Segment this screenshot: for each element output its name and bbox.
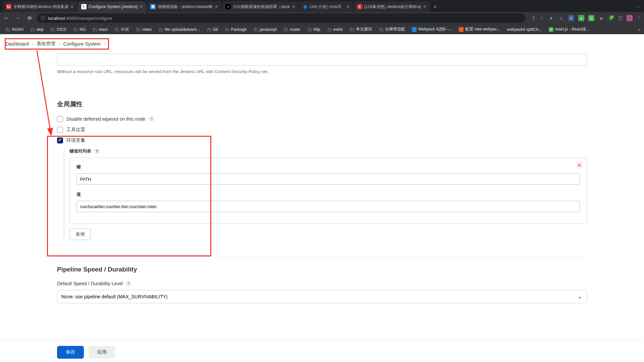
folder-icon: 🗀 (307, 27, 312, 32)
reload-button[interactable]: ⟳ (25, 15, 34, 21)
favicon: 🔵 (303, 4, 308, 9)
side-panel-icon[interactable]: ◫ (618, 15, 623, 21)
folder-icon: 🗀 (207, 27, 211, 32)
browser-tab[interactable]: C (124条消息) Jenkins执行脚本np ✕ (354, 1, 430, 12)
bookmark-item[interactable]: webpack4 splitCh... (505, 26, 544, 33)
bookmark-item[interactable]: 🗀react (90, 25, 110, 34)
site-info-icon[interactable]: ⓘ (41, 15, 45, 21)
bookmark-item[interactable]: 🗀file upload&downl... (156, 25, 202, 34)
key-input[interactable] (76, 173, 580, 185)
favicon: 🔧 (81, 4, 87, 9)
favicon: 51 (6, 4, 11, 9)
browser-tab-active[interactable]: 🔧 Configure System [Jenkins] ✕ (78, 1, 146, 12)
browser-tab[interactable]: 51 全网最详细的Jenkins 持续集成 ✕ (3, 1, 77, 12)
bookmark-item[interactable]: 🗀router (281, 25, 302, 34)
disable-wipeout-checkbox[interactable] (57, 116, 63, 122)
global-properties-title: 全局属性 (57, 100, 587, 109)
folder-icon: 🗀 (350, 27, 354, 32)
tab-close-icon[interactable]: ✕ (423, 4, 426, 9)
value-input[interactable] (76, 201, 580, 212)
tab-close-icon[interactable]: ✕ (215, 4, 218, 9)
add-kv-button[interactable]: 新增 (69, 229, 91, 240)
tab-close-icon[interactable]: ✕ (292, 4, 295, 9)
apply-button[interactable]: 应用 (89, 346, 115, 359)
help-icon[interactable]: ? (125, 281, 131, 287)
breadcrumb-configure[interactable]: Configure System (63, 41, 101, 47)
browser-tab[interactable]: 掘 保姆级指南：jenkins+docker构 ✕ (147, 1, 221, 12)
bookmark-item[interactable]: 🗀Git (205, 25, 220, 34)
bookmarks-overflow-icon[interactable]: » (638, 27, 641, 32)
breadcrumb-dashboard[interactable]: Dashboard (6, 41, 29, 47)
bookmark-item[interactable]: 配置 new webpac... (457, 25, 502, 34)
browser-tab[interactable]: 🔵 Umi 介绍 | UmiJS ✕ (299, 1, 353, 12)
env-vars-row: 环境变量 (57, 137, 587, 143)
durability-select[interactable]: None: use pipeline default (MAX_SURVIVAB… (57, 290, 587, 303)
extension-icon[interactable]: ● (578, 15, 584, 21)
folder-icon: 🗀 (73, 27, 78, 32)
profile-avatar[interactable]: 👤 (627, 15, 633, 21)
folder-icon: 🗀 (379, 27, 383, 32)
bookmark-item[interactable]: 🗀video (134, 25, 154, 34)
extension-icon[interactable]: ✱ (548, 15, 554, 21)
breadcrumb-bar: Dashboard › 系统管理 › Configure System › (0, 34, 644, 54)
folder-icon: 🗀 (50, 27, 55, 32)
tool-locations-checkbox[interactable] (57, 127, 63, 133)
bookmark-item[interactable]: 🗀skip (28, 25, 46, 34)
bookmark-item[interactable]: 🗀CICD (48, 25, 68, 34)
extension-icon[interactable]: ◐ (598, 15, 604, 21)
bookmark-label: skip (37, 27, 44, 32)
extension-icon[interactable]: ◎ (558, 15, 564, 21)
chrome-menu-icon[interactable]: ⋮ (637, 15, 641, 21)
new-tab-button[interactable]: + (430, 4, 440, 12)
url-text: localhost:8080/manage/configure (48, 16, 112, 21)
bookmark-label: react.js - React渲... (555, 26, 590, 32)
bookmark-item[interactable]: 🗀分辨率适配 (377, 25, 407, 34)
folder-icon: 🗀 (30, 27, 35, 32)
tab-overflow-icon[interactable]: ⌄ (637, 4, 640, 8)
bookmark-star-icon[interactable]: ☆ (540, 15, 544, 21)
bookmark-item[interactable]: sfreact.js - React渲... (547, 25, 592, 34)
bookmark-item[interactable]: 🗀NG (71, 25, 88, 34)
sticky-footer: 保存 应用 (0, 342, 644, 362)
save-button[interactable]: 保存 (57, 346, 84, 359)
page-icon (412, 27, 417, 32)
section-divider (57, 91, 587, 91)
help-icon[interactable]: ? (94, 148, 100, 154)
extensions-menu-icon[interactable]: 🧩 (608, 15, 614, 21)
bookmark-item[interactable]: 🗀Package (223, 25, 249, 34)
tab-close-icon[interactable]: ✕ (70, 4, 74, 9)
tab-title: (124条消息) Jenkins执行脚本np (364, 4, 421, 10)
folder-icon: 🗀 (92, 27, 97, 32)
tab-close-icon[interactable]: ✕ (140, 4, 143, 9)
send-tab-icon[interactable]: ⇪ (532, 15, 536, 21)
extension-icon[interactable]: G (588, 15, 594, 21)
kv-list-label: 键值对列表 ? (69, 148, 587, 154)
resource-root-url-input[interactable] (57, 54, 587, 66)
breadcrumb-manage[interactable]: 系统管理 (37, 41, 55, 47)
tab-close-icon[interactable]: ✕ (346, 4, 350, 9)
address-bar[interactable]: ⓘ localhost:8080/manage/configure (37, 13, 526, 23)
bookmark-item[interactable]: 🗀eslint (325, 25, 345, 34)
forward-button[interactable]: → (14, 15, 22, 21)
bookmark-item[interactable]: 🗀http (305, 25, 322, 34)
bookmark-item[interactable]: 🗀VUE (112, 25, 131, 34)
browser-toolbar: ← → ⟳ ⓘ localhost:8080/manage/configure … (0, 12, 644, 24)
browser-tab[interactable]: • 小白都能看懂的前端部署（dock ✕ (222, 1, 298, 12)
bookmark-label: 配置 new webpac... (465, 26, 500, 32)
remove-kv-icon[interactable]: ✕ (576, 162, 583, 169)
bookmark-label: NOAH (12, 27, 23, 32)
bookmark-item[interactable]: Webpack 4进阶--... (410, 25, 454, 34)
env-vars-checkbox[interactable] (57, 137, 63, 143)
folder-icon: 🗀 (283, 27, 288, 32)
tab-title: Configure System [Jenkins] (89, 4, 138, 9)
extension-icon[interactable]: K (568, 15, 574, 21)
bookmark-item[interactable]: 🗀单元测试 (347, 25, 374, 34)
bookmark-item[interactable]: 🗀javascript (252, 25, 279, 34)
pipeline-speed-title: Pipeline Speed / Durability (57, 266, 587, 273)
chevron-right-icon: › (103, 42, 107, 46)
folder-icon: 🗀 (114, 27, 119, 32)
section-divider (57, 257, 587, 257)
bookmark-item[interactable]: 🗀NOAH (3, 25, 25, 34)
help-icon[interactable]: ? (149, 116, 155, 122)
back-button[interactable]: ← (3, 15, 11, 21)
